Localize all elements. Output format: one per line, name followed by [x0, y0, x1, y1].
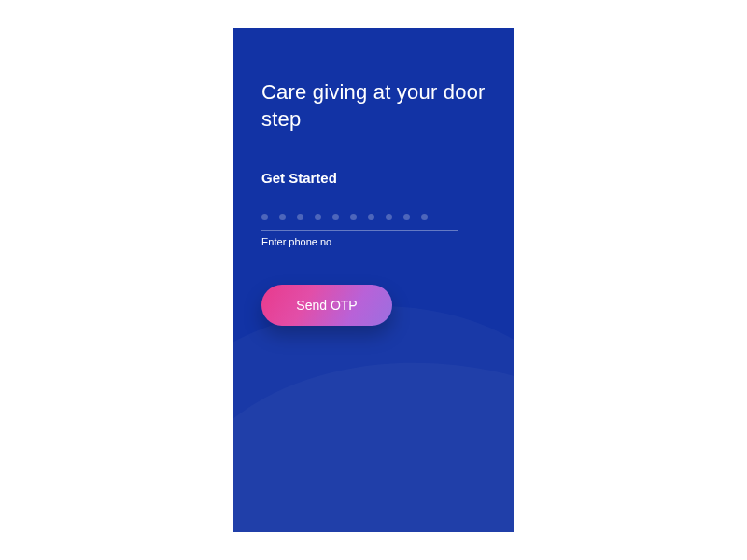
send-otp-button[interactable]: Send OTP	[261, 285, 392, 326]
background-wave	[233, 338, 514, 532]
get-started-heading: Get Started	[261, 170, 486, 186]
page-title: Care giving at your door step	[261, 79, 486, 133]
onboarding-screen: Care giving at your door step Get Starte…	[233, 28, 514, 532]
phone-input-group: Enter phone no	[261, 214, 486, 247]
phone-input-label: Enter phone no	[261, 236, 486, 247]
